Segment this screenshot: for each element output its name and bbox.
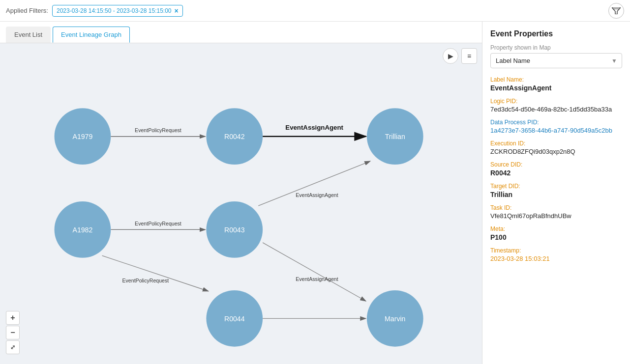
- prop-key-execution-id: Execution ID:: [490, 140, 622, 147]
- prop-logic-pid: Logic PID: 7ed3dc54-d50e-469a-82bc-1d5dd…: [490, 98, 622, 113]
- prop-value-timestamp: 2023-03-28 15:03:21: [490, 255, 622, 262]
- prop-key-source-did: Source DID:: [490, 161, 622, 168]
- edge-a1982-r0044: [102, 255, 209, 291]
- prop-value-source-did: R0042: [490, 169, 622, 177]
- prop-key-data-process-pid: Data Process PID:: [490, 119, 622, 126]
- prop-label-name: Label Name: EventAssignAgent: [490, 76, 622, 92]
- edge-label-a1982-r0043: EventPolicyRequest: [135, 221, 181, 226]
- properties-panel: Event Properties Property shown in Map L…: [482, 22, 630, 364]
- filter-chip-text: 2023-03-28 14:15:50 - 2023-03-28 15:15:0…: [57, 7, 172, 14]
- node-label-a1979: A1979: [73, 133, 93, 140]
- list-view-button[interactable]: ≡: [461, 48, 477, 64]
- prop-key-meta: Meta:: [490, 225, 622, 232]
- property-select[interactable]: Label Name Node ID Type: [490, 53, 622, 68]
- filter-chip-close-icon[interactable]: ×: [175, 7, 179, 15]
- node-label-r0043: R0043: [224, 226, 245, 234]
- prop-key-target-did: Target DID:: [490, 183, 622, 190]
- tab-event-lineage-graph[interactable]: Event Lineage Graph: [53, 27, 130, 43]
- node-label-r0042: R0042: [224, 133, 245, 140]
- edge-label-r0042-trillian: EventAssignAgent: [285, 124, 343, 131]
- filter-funnel-icon: [612, 7, 621, 14]
- edge-label-r0043-marvin: EventAssignAgent: [296, 276, 338, 282]
- graph-area[interactable]: ▶ ≡ + − ⤢: [0, 43, 482, 364]
- play-button[interactable]: ▶: [443, 48, 458, 64]
- edge-r0043-marvin: [263, 243, 366, 301]
- edge-label-a1982-r0044: EventPolicyRequest: [122, 278, 169, 283]
- filter-chip[interactable]: 2023-03-28 14:15:50 - 2023-03-28 15:15:0…: [52, 5, 183, 17]
- prop-value-target-did: Trillian: [490, 191, 622, 198]
- prop-key-logic-pid: Logic PID:: [490, 98, 622, 105]
- prop-value-task-id: Vfe81Qml67opRaBfndhUBw: [490, 212, 622, 220]
- node-label-trillian: Trillian: [385, 133, 405, 140]
- prop-key-timestamp: Timestamp:: [490, 247, 622, 254]
- node-label-a1982: A1982: [73, 226, 93, 234]
- fit-screen-button[interactable]: ⤢: [6, 340, 20, 354]
- edge-r0043-trillian: [258, 161, 370, 206]
- lineage-graph-svg: EventPolicyRequest EventAssignAgent Even…: [0, 43, 482, 364]
- prop-timestamp: Timestamp: 2023-03-28 15:03:21: [490, 247, 622, 262]
- node-label-marvin: Marvin: [385, 315, 405, 323]
- filter-bar: Applied Filters: 2023-03-28 14:15:50 - 2…: [0, 0, 630, 22]
- properties-title: Event Properties: [490, 29, 622, 38]
- prop-value-execution-id: ZCKROD8ZFQi9d03qxp2n8Q: [490, 148, 622, 155]
- graph-panel: Event List Event Lineage Graph ▶ ≡ + − ⤢: [0, 22, 482, 364]
- prop-value-label-name: EventAssignAgent: [490, 84, 622, 92]
- filter-bar-label: Applied Filters:: [6, 7, 48, 14]
- filter-settings-button[interactable]: [608, 3, 624, 19]
- edge-label-a1979-r0042: EventPolicyRequest: [135, 127, 181, 133]
- property-shown-label: Property shown in Map: [490, 44, 622, 51]
- tab-bar: Event List Event Lineage Graph: [0, 22, 482, 43]
- prop-source-did: Source DID: R0042: [490, 161, 622, 177]
- graph-controls-top: ▶ ≡: [443, 48, 477, 64]
- prop-key-label-name: Label Name:: [490, 76, 622, 83]
- tab-event-list[interactable]: Event List: [6, 27, 51, 43]
- prop-value-logic-pid: 7ed3dc54-d50e-469a-82bc-1d5dd35ba33a: [490, 106, 622, 113]
- node-label-r0044: R0044: [224, 315, 245, 323]
- prop-execution-id: Execution ID: ZCKROD8ZFQi9d03qxp2n8Q: [490, 140, 622, 155]
- property-select-wrapper: Label Name Node ID Type ▼: [490, 53, 622, 68]
- zoom-out-button[interactable]: −: [6, 326, 20, 339]
- prop-data-process-pid: Data Process PID: 1a4273e7-3658-44b6-a74…: [490, 119, 622, 134]
- prop-value-data-process-pid: 1a4273e7-3658-44b6-a747-90d549a5c2bb: [490, 127, 622, 134]
- prop-key-task-id: Task ID:: [490, 204, 622, 211]
- prop-value-meta: P100: [490, 233, 622, 241]
- zoom-controls: + − ⤢: [6, 311, 20, 354]
- main-area: Event List Event Lineage Graph ▶ ≡ + − ⤢: [0, 22, 630, 364]
- prop-task-id: Task ID: Vfe81Qml67opRaBfndhUBw: [490, 204, 622, 220]
- edge-label-r0043-trillian: EventAssignAgent: [296, 192, 338, 198]
- zoom-in-button[interactable]: +: [6, 311, 20, 325]
- prop-meta: Meta: P100: [490, 225, 622, 241]
- svg-marker-0: [612, 7, 621, 14]
- prop-target-did: Target DID: Trillian: [490, 183, 622, 198]
